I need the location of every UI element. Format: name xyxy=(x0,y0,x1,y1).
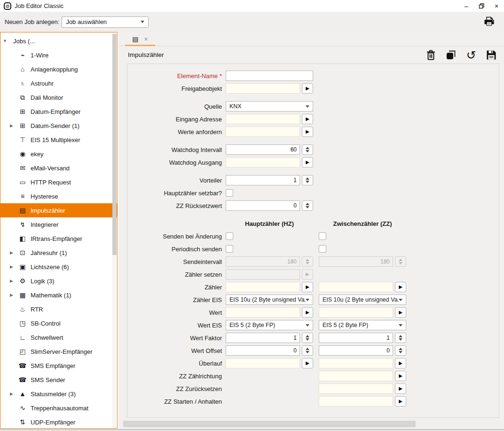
vorteiler-hz-spinner[interactable] xyxy=(302,175,313,185)
eingang-adresse-hz-object-button[interactable]: ▶ xyxy=(302,114,313,124)
sidebar-item-jobs-root[interactable]: ▼ Jobs (... xyxy=(0,34,117,48)
periodisch-senden-hz-checkbox[interactable] xyxy=(226,245,233,253)
freigabeobjekt-hz-object-button[interactable]: ▶ xyxy=(302,83,313,94)
tab-close-icon[interactable]: × xyxy=(144,35,148,43)
sidebar-item-lichtszene-6[interactable]: ▶▣Lichtszene (6) xyxy=(0,260,117,274)
wert-faktor-hz-spinner[interactable] xyxy=(302,333,313,343)
sidebar-item-sb-control[interactable]: ◳SB-Control xyxy=(0,316,117,330)
wert-offset-hz-input[interactable] xyxy=(226,345,300,356)
watchdog-ausgang-hz-object-button[interactable]: ▶ xyxy=(302,157,313,168)
wert-hz-object-button[interactable]: ▶ xyxy=(302,307,313,318)
duplicate-button[interactable] xyxy=(445,49,457,61)
zz-rucksetzwert-hz-spinner[interactable] xyxy=(302,200,313,211)
zahler-hz-object-button[interactable]: ▶ xyxy=(302,282,313,292)
wert-zz-input[interactable] xyxy=(319,307,393,318)
senden-bei-anderung-hz-checkbox[interactable] xyxy=(226,232,233,240)
sidebar-item-irtrans-empfanger[interactable]: ◧IRtrans-Empfänger xyxy=(0,231,117,246)
sidebar-item-datum-sender-1[interactable]: ▶⊞Datum-Sender (1) xyxy=(0,119,117,133)
zz-zahlrichtung-zz-object-button[interactable]: ▶ xyxy=(395,371,406,381)
save-button[interactable] xyxy=(485,49,497,61)
sidebar-item-udp-empfanger[interactable]: ⇅UDP-Empfänger xyxy=(0,415,117,429)
wert-faktor-hz-input[interactable] xyxy=(226,333,300,343)
sidebar-item-astrouhr[interactable]: ♄Astrouhr xyxy=(0,76,117,90)
wert-offset-hz-spinner[interactable] xyxy=(302,345,313,356)
senden-bei-anderung-zz-checkbox[interactable] xyxy=(319,232,326,240)
zz-starten-anhalten-zz-object-button[interactable]: ▶ xyxy=(395,396,406,407)
werte-anfordern-hz-object-button[interactable]: ▶ xyxy=(302,127,313,137)
tab-impulszaehler[interactable]: ▤ × xyxy=(125,32,155,46)
wert-eis-zz-select[interactable]: EIS 5 (2 Byte FP) xyxy=(319,320,406,330)
periodisch-senden-zz-checkbox[interactable] xyxy=(319,245,326,253)
sidebar-item-datum-empfanger[interactable]: ⊞Datum-Empfänger xyxy=(0,104,117,119)
sidebar-item-statusmelder-3[interactable]: ▶▲Statusmelder (3) xyxy=(0,387,117,401)
uberlauf-hz-input[interactable] xyxy=(226,358,300,368)
zahler-hz-input[interactable] xyxy=(226,282,300,292)
minimize-button[interactable]: – xyxy=(459,0,474,12)
wert-zz-object-button[interactable]: ▶ xyxy=(395,307,406,318)
sidebar-item-rtr[interactable]: ♨RTR xyxy=(0,302,117,316)
sidebar-scrollbar-thumb[interactable] xyxy=(112,34,117,255)
undo-button[interactable]: ↺ xyxy=(465,49,477,61)
sidebar-item-sms-sender[interactable]: ☎SMS Sender xyxy=(0,373,117,387)
close-button[interactable]: × xyxy=(489,0,504,12)
expander-collapsed-icon[interactable]: ▶ xyxy=(10,264,17,269)
expander-expanded-icon[interactable]: ▼ xyxy=(3,39,10,43)
sidebar-item-impulszahler[interactable]: ▤Impulszähler xyxy=(0,203,117,217)
zz-zurucksetzen-zz-input[interactable] xyxy=(319,383,393,394)
expander-collapsed-icon[interactable]: ▶ xyxy=(10,293,17,297)
sidebar-item-email-versand[interactable]: ✉eMail-Versand xyxy=(0,161,117,175)
freigabeobjekt-hz-input[interactable] xyxy=(226,83,300,94)
sidebar-item-anlagenkopplung[interactable]: ⌂Anlagenkopplung xyxy=(0,62,117,76)
horizontal-scrollbar[interactable] xyxy=(123,421,503,427)
zz-zahlrichtung-zz-input[interactable] xyxy=(319,371,393,381)
eingang-adresse-hz-input[interactable] xyxy=(226,114,300,124)
zahler-eis-zz-select[interactable]: EIS 10u (2 Byte unsigned Va... xyxy=(319,295,406,305)
sidebar-item-jahresuhr-1[interactable]: ▶⊡Jahresuhr (1) xyxy=(0,246,117,260)
wert-offset-zz-spinner[interactable] xyxy=(395,345,406,356)
sidebar-item-hysterese[interactable]: ≡Hysterese xyxy=(0,189,117,203)
sidebar-item-eis-15-multiplexer[interactable]: ⊤EIS 15 Multiplexer xyxy=(0,133,117,147)
expander-collapsed-icon[interactable]: ▶ xyxy=(10,250,17,255)
watchdog-intervall-hz-input[interactable] xyxy=(226,144,300,155)
zahler-zz-input[interactable] xyxy=(319,282,393,292)
wert-faktor-zz-spinner[interactable] xyxy=(395,333,406,343)
sidebar-item-logik-3[interactable]: ▶⚙Logik (3) xyxy=(0,274,117,288)
watchdog-intervall-hz-spinner[interactable] xyxy=(302,144,313,155)
uberlauf-hz-object-button[interactable]: ▶ xyxy=(302,358,313,368)
zz-starten-anhalten-zz-input[interactable] xyxy=(319,396,393,407)
wert-hz-input[interactable] xyxy=(226,307,300,318)
element-name-input[interactable] xyxy=(226,71,313,81)
sidebar-item-schwellwert[interactable]: ∟Schwellwert xyxy=(0,330,117,344)
expander-collapsed-icon[interactable]: ▶ xyxy=(10,391,17,396)
delete-button[interactable] xyxy=(425,49,437,61)
sidebar-item-ekey[interactable]: ◉ekey xyxy=(0,147,117,161)
vorteiler-hz-input[interactable] xyxy=(226,175,300,185)
print-button[interactable] xyxy=(482,15,496,30)
uberlauf-zz-object-button[interactable]: ▶ xyxy=(395,358,406,368)
sidebar-item-slimserver-empfanger[interactable]: ◰SlimServer-Empfänger xyxy=(0,344,117,359)
sidebar-item-mathematik-1[interactable]: ▶▦Mathematik (1) xyxy=(0,288,117,302)
sidebar-item-sms-empfanger[interactable]: ☎SMS Empfänger xyxy=(0,359,117,373)
watchdog-ausgang-hz-input[interactable] xyxy=(226,157,300,168)
zahler-eis-hz-select[interactable]: EIS 10u (2 Byte unsigned Va... xyxy=(226,295,313,305)
expander-collapsed-icon[interactable]: ▶ xyxy=(10,279,17,283)
sidebar-item-integrierer[interactable]: ↯Integrierer xyxy=(0,217,117,231)
hauptzahler-setzbar-hz-checkbox[interactable] xyxy=(226,189,233,197)
zahler-zz-object-button[interactable]: ▶ xyxy=(395,282,406,292)
sidebar-item-1-wire[interactable]: ⌁1-Wire xyxy=(0,48,117,62)
sidebar-item-treppenhausautomat[interactable]: ∿Treppenhausautomat xyxy=(0,401,117,415)
zz-rucksetzwert-hz-input[interactable] xyxy=(226,200,300,211)
zz-zurucksetzen-zz-object-button[interactable]: ▶ xyxy=(395,383,406,394)
quelle-hz-select[interactable]: KNX xyxy=(226,101,313,112)
wert-faktor-zz-input[interactable] xyxy=(319,333,393,343)
wert-eis-hz-select[interactable]: EIS 5 (2 Byte FP) xyxy=(226,320,313,330)
horizontal-scrollbar-thumb[interactable] xyxy=(123,421,416,427)
uberlauf-zz-input[interactable] xyxy=(319,358,393,368)
job-select[interactable]: Job auswählen xyxy=(62,16,149,28)
wert-offset-zz-input[interactable] xyxy=(319,345,393,356)
expander-collapsed-icon[interactable]: ▶ xyxy=(10,123,17,128)
restore-button[interactable] xyxy=(474,0,489,12)
sidebar-item-http-request[interactable]: ▭HTTP Request xyxy=(0,175,117,189)
werte-anfordern-hz-input[interactable] xyxy=(226,127,300,137)
sidebar-scrollbar[interactable] xyxy=(112,33,117,429)
